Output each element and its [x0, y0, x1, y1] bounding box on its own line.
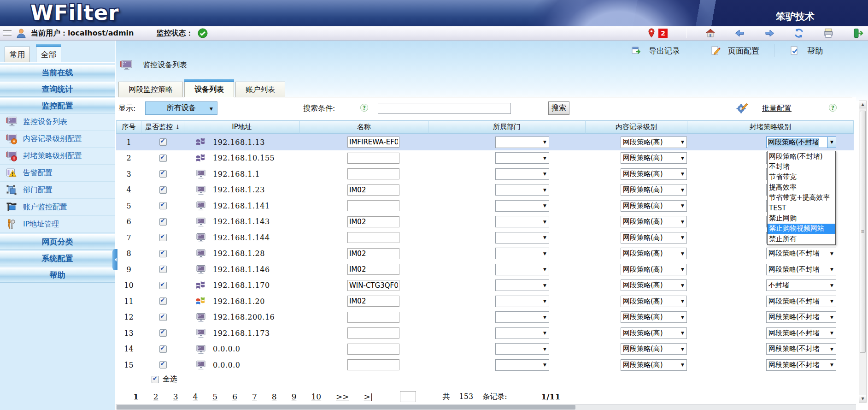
search-input[interactable]: [378, 103, 511, 114]
page-config-button[interactable]: 页面配置: [695, 44, 774, 57]
sidebar-item-IP地址管理[interactable]: IP地址管理: [0, 216, 115, 233]
vertical-scrollbar[interactable]: ▲ ☰ ▼: [859, 101, 867, 403]
sidebar-item-监控设备列表[interactable]: 监控设备列表: [0, 113, 115, 131]
alert-pin-icon[interactable]: [646, 28, 657, 39]
sidebar-section-系统配置[interactable]: 系统配置: [0, 251, 115, 266]
sidebar-item-账户监控配置[interactable]: 账户监控配置: [0, 199, 115, 216]
dropdown-option[interactable]: 禁止购物视频网站: [768, 224, 835, 234]
department-select[interactable]: ▼: [495, 248, 549, 259]
device-name-input[interactable]: [347, 264, 399, 275]
device-name-input[interactable]: [347, 200, 399, 211]
column-header-所属部门[interactable]: 所属部门: [428, 120, 586, 134]
sidebar-tab-全部[interactable]: 全部: [36, 47, 61, 62]
monitor-checkbox[interactable]: [159, 250, 167, 257]
page-link-9[interactable]: 9: [292, 392, 297, 401]
column-header-封堵策略级别[interactable]: 封堵策略级别: [687, 120, 854, 134]
monitor-checkbox[interactable]: [159, 202, 167, 209]
monitor-checkbox[interactable]: [159, 282, 167, 289]
page-link->|[interactable]: >|: [364, 392, 373, 401]
monitor-checkbox[interactable]: [159, 170, 167, 178]
content-level-select[interactable]: 网段策略(高)▼: [621, 168, 687, 180]
page-link-5[interactable]: 5: [212, 392, 217, 401]
device-name-input[interactable]: [347, 137, 399, 148]
content-level-select[interactable]: 网段策略(高)▼: [621, 152, 687, 164]
sidebar-section-当前在线[interactable]: 当前在线: [0, 65, 115, 80]
dropdown-option[interactable]: 不封堵: [768, 161, 835, 172]
content-level-select[interactable]: 网段策略(高)▼: [621, 264, 687, 275]
select-all-checkbox[interactable]: [152, 376, 159, 383]
page-link-8[interactable]: 8: [272, 392, 277, 401]
sidebar-item-内容记录级别配置[interactable]: 内容记录级别配置: [0, 131, 115, 148]
device-name-input[interactable]: [347, 359, 399, 370]
department-select[interactable]: ▼: [495, 296, 549, 307]
sidebar-item-封堵策略级别配置[interactable]: 封堵策略级别配置: [0, 148, 115, 165]
column-header-是否监控[interactable]: 是否监控↓: [141, 120, 184, 134]
monitor-checkbox[interactable]: [159, 329, 167, 337]
block-policy-select[interactable]: 网段策略(不封堵▼: [766, 343, 836, 355]
department-select[interactable]: ▼: [495, 152, 549, 164]
monitor-checkbox[interactable]: [159, 138, 167, 146]
dropdown-option[interactable]: 网段策略(不封堵): [768, 151, 835, 161]
block-policy-select[interactable]: 网段策略(不封堵▼: [766, 248, 836, 259]
goto-page-input[interactable]: [400, 391, 416, 402]
content-level-select[interactable]: 网段策略(高)▼: [621, 232, 687, 244]
device-name-input[interactable]: [347, 184, 399, 196]
page-link-7[interactable]: 7: [252, 392, 257, 401]
department-select[interactable]: ▼: [495, 264, 549, 275]
sidebar-section-帮助[interactable]: 帮助: [0, 267, 115, 283]
dropdown-option[interactable]: 禁止网购: [768, 213, 835, 223]
device-name-input[interactable]: [347, 248, 399, 259]
department-select[interactable]: ▼: [495, 137, 549, 148]
batch-help-icon[interactable]: ?: [828, 103, 837, 112]
content-level-select[interactable]: 网段策略(高)▼: [621, 359, 687, 371]
content-level-select[interactable]: 网段策略(高)▼: [621, 248, 687, 259]
logout-icon[interactable]: [852, 28, 863, 39]
back-arrow-icon[interactable]: [734, 28, 745, 39]
search-button[interactable]: 搜索: [548, 101, 569, 115]
menu-icon[interactable]: [3, 30, 12, 36]
content-level-select[interactable]: 网段策略(高)▼: [621, 311, 687, 323]
horizontal-scrollbar[interactable]: [116, 404, 856, 410]
department-select[interactable]: ▼: [495, 200, 549, 212]
device-name-input[interactable]: [347, 327, 399, 339]
content-level-select[interactable]: 网段策略(高)▼: [621, 200, 687, 212]
page-link->>[interactable]: >>: [336, 392, 349, 401]
sidebar-item-部门配置[interactable]: 部门配置: [0, 182, 115, 199]
forward-arrow-icon[interactable]: [764, 28, 775, 39]
tab-网段监控策略[interactable]: 网段监控策略: [118, 82, 183, 97]
department-select[interactable]: ▼: [495, 327, 549, 339]
department-select[interactable]: ▼: [495, 168, 549, 180]
vertical-scrollbar-thumb[interactable]: ☰: [860, 111, 866, 353]
tab-账户列表[interactable]: 账户列表: [235, 82, 285, 97]
block-policy-select[interactable]: 网段策略(不封堵▼: [766, 327, 836, 339]
monitor-checkbox[interactable]: [159, 361, 167, 368]
monitor-checkbox[interactable]: [159, 218, 167, 226]
block-policy-select[interactable]: 网段策略(不封堵▼: [766, 137, 836, 148]
sidebar-section-查询统计[interactable]: 查询统计: [0, 82, 115, 97]
monitor-checkbox[interactable]: [159, 266, 167, 273]
department-select[interactable]: ▼: [495, 184, 549, 196]
help-button[interactable]: 帮助: [774, 44, 838, 57]
content-level-select[interactable]: 网段策略(高)▼: [621, 137, 687, 148]
printer-icon[interactable]: [823, 28, 834, 39]
device-name-input[interactable]: [347, 312, 399, 323]
sidebar-collapse-handle[interactable]: [112, 249, 117, 270]
batch-config-link[interactable]: 批量配置: [762, 104, 792, 113]
page-link-4[interactable]: 4: [193, 392, 198, 401]
content-level-select[interactable]: 网段策略(高)▼: [621, 343, 687, 355]
block-policy-select[interactable]: 网段策略(不封堵▼: [766, 264, 836, 275]
sidebar-section-监控配置[interactable]: 监控配置: [0, 98, 115, 113]
device-filter-select[interactable]: 所有设备 ▼: [145, 101, 217, 115]
department-select[interactable]: ▼: [495, 359, 549, 371]
content-level-select[interactable]: 网段策略(高)▼: [621, 279, 687, 291]
dropdown-option[interactable]: 禁止所有: [768, 234, 835, 244]
page-link-3[interactable]: 3: [173, 392, 178, 401]
department-select[interactable]: ▼: [495, 216, 549, 227]
device-name-input[interactable]: [347, 232, 399, 243]
monitor-checkbox[interactable]: [159, 314, 167, 321]
page-link-10[interactable]: 10: [311, 392, 321, 401]
device-name-input[interactable]: [347, 344, 399, 355]
content-level-select[interactable]: 网段策略(高)▼: [621, 296, 687, 307]
dropdown-option[interactable]: 提高效率: [768, 182, 835, 192]
device-name-input[interactable]: [347, 216, 399, 227]
